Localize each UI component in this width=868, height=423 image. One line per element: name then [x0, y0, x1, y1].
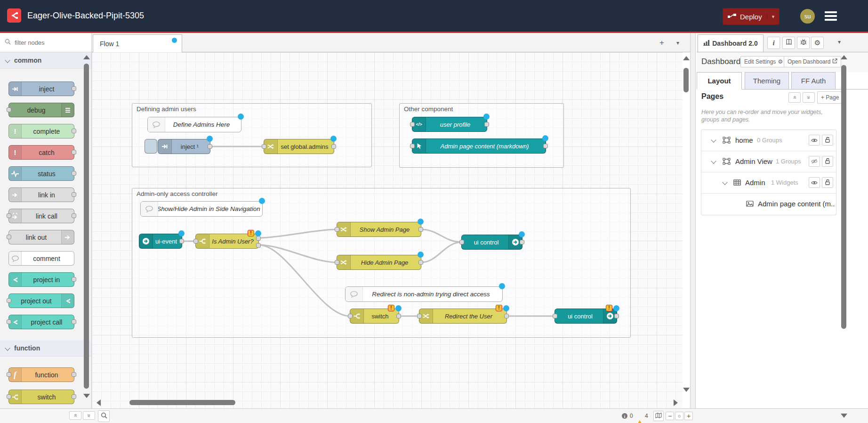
lock-button[interactable]	[822, 156, 833, 167]
palette-node-project-in[interactable]: project in	[8, 272, 74, 287]
canvas-search-button[interactable]	[98, 410, 110, 422]
canvas-vscroll-thumb[interactable]	[683, 68, 689, 92]
output-port[interactable]	[331, 144, 336, 149]
input-port[interactable]	[553, 314, 557, 318]
palette-collapse-all-button[interactable]: »	[69, 411, 81, 420]
add-page-button[interactable]: + Page	[817, 91, 843, 104]
canvas-scroll-left[interactable]	[96, 399, 101, 406]
output-port[interactable]	[72, 150, 76, 155]
deploy-caret[interactable]: ▾	[767, 14, 780, 20]
palette-node-complete[interactable]: ! complete	[8, 124, 74, 138]
canvas-scroll-up[interactable]	[683, 56, 690, 60]
output-port[interactable]	[208, 144, 212, 149]
change-node-hide-admin-page[interactable]: Hide Admin Page	[337, 255, 421, 270]
palette-node-comment[interactable]: comment	[8, 251, 74, 266]
expand-all-button[interactable]: »	[803, 92, 815, 103]
chevron-down-icon[interactable]	[711, 158, 716, 163]
palette-node-function[interactable]: f function	[8, 367, 74, 382]
ui-event-node[interactable]: ui-event	[139, 234, 182, 249]
change-node-show-admin-page[interactable]: Show Admin Page	[337, 222, 421, 237]
input-port[interactable]	[417, 314, 422, 318]
palette-category-function[interactable]: function	[0, 340, 92, 357]
input-port[interactable]	[193, 239, 198, 244]
canvas-hscroll-thumb[interactable]	[129, 400, 235, 405]
tree-row-admin-view[interactable]: Admin View 1 Groups	[701, 151, 836, 172]
output-port-1[interactable]	[256, 236, 261, 241]
chevron-down-icon[interactable]	[711, 137, 716, 142]
output-port[interactable]	[72, 319, 76, 324]
palette-scroll-up[interactable]	[83, 55, 90, 59]
open-dashboard-button[interactable]: Open Dashboard	[784, 56, 841, 67]
input-port[interactable]	[335, 260, 339, 265]
group-defining-admin-users[interactable]: Defining admin users	[132, 103, 372, 167]
group-other-component[interactable]: Other component	[399, 103, 564, 168]
input-port[interactable]	[7, 235, 11, 239]
output-port[interactable]	[543, 144, 548, 148]
output-port[interactable]	[484, 122, 489, 127]
ui-control-node-bottom[interactable]: ui control !	[555, 309, 617, 324]
input-port[interactable]	[7, 107, 11, 112]
input-port[interactable]	[348, 314, 353, 318]
chevron-down-icon[interactable]	[722, 179, 727, 185]
palette-expand-all-button[interactable]: »	[83, 411, 95, 420]
config-tab-button[interactable]: ⚙	[811, 37, 824, 49]
output-port[interactable]	[614, 314, 619, 318]
comment-node-redirect[interactable]: Redirect is non-admin trying direct acce…	[345, 286, 503, 302]
help-tab-button[interactable]	[782, 37, 795, 49]
tree-row-home[interactable]: home 0 Groups	[701, 130, 836, 151]
input-port[interactable]	[410, 122, 415, 127]
comment-node-define-admins[interactable]: Define Admins Here	[147, 117, 241, 132]
template-node-user-profile[interactable]: </> user profile	[412, 117, 487, 132]
canvas-scroll-right[interactable]	[674, 399, 678, 406]
lock-button[interactable]	[822, 135, 833, 146]
add-flow-button[interactable]: +	[657, 38, 667, 48]
zoom-in-button[interactable]: +	[684, 412, 693, 420]
edit-settings-button[interactable]: Edit Settings ⚙	[740, 56, 787, 67]
palette-filter-input[interactable]	[14, 39, 81, 47]
output-port-2[interactable]	[256, 243, 261, 248]
debug-tab-button[interactable]	[797, 37, 810, 49]
ui-control-node-top[interactable]: ui control	[461, 235, 522, 250]
input-port[interactable]	[335, 227, 339, 232]
sidebar-menu-caret[interactable]: ▾	[838, 39, 841, 45]
output-port[interactable]	[179, 239, 184, 244]
input-port[interactable]	[262, 144, 266, 149]
output-port[interactable]	[72, 213, 76, 218]
palette-node-link-out[interactable]: link out	[8, 230, 74, 244]
tab-theming[interactable]: Theming	[745, 72, 789, 89]
input-port[interactable]	[7, 372, 11, 377]
inject-trigger-button[interactable]	[145, 139, 157, 154]
input-port[interactable]	[410, 144, 415, 148]
user-avatar[interactable]: su	[800, 9, 815, 24]
visibility-button[interactable]	[809, 156, 820, 167]
input-port[interactable]	[7, 319, 11, 324]
palette-scrollbar-thumb[interactable]	[84, 64, 89, 389]
visibility-button[interactable]	[809, 135, 820, 146]
sidebar-divider[interactable]	[690, 33, 696, 408]
output-port[interactable]	[396, 314, 401, 318]
zoom-out-button[interactable]: −	[666, 412, 674, 420]
change-node-redirect-the-user[interactable]: Redirect the User !	[419, 309, 507, 324]
navigator-toggle-button[interactable]	[653, 411, 664, 421]
flow-canvas[interactable]: Defining admin users Other component Adm…	[92, 52, 683, 408]
palette-node-status[interactable]: status	[8, 166, 74, 181]
sidebar-scroll-down[interactable]	[841, 414, 847, 418]
output-port[interactable]	[72, 372, 76, 377]
visibility-button[interactable]	[809, 177, 820, 188]
deploy-button[interactable]: Deploy ▾	[723, 8, 780, 25]
tree-row-admin-widget[interactable]: Admin page content (m...	[701, 194, 836, 215]
output-port[interactable]	[418, 260, 423, 265]
palette-category-common[interactable]: common	[0, 52, 92, 69]
input-port[interactable]	[7, 394, 11, 399]
main-menu-button[interactable]	[825, 11, 837, 21]
input-port[interactable]	[459, 240, 464, 244]
info-tab-button[interactable]: i	[767, 37, 780, 49]
tree-row-admin-group[interactable]: Admin 1 Widgets	[701, 172, 836, 194]
switch-node-bottom[interactable]: switch !	[350, 309, 399, 324]
comment-node-show-hide-admin[interactable]: Show/Hide Admin in Side Navigation	[140, 201, 263, 217]
tab-ff-auth[interactable]: FF Auth	[791, 72, 836, 89]
collapse-all-button[interactable]: »	[788, 92, 801, 103]
switch-node-is-admin-user[interactable]: Is Admin User? !	[195, 234, 259, 249]
palette-node-debug[interactable]: debug	[8, 103, 74, 117]
output-port[interactable]	[504, 314, 509, 318]
